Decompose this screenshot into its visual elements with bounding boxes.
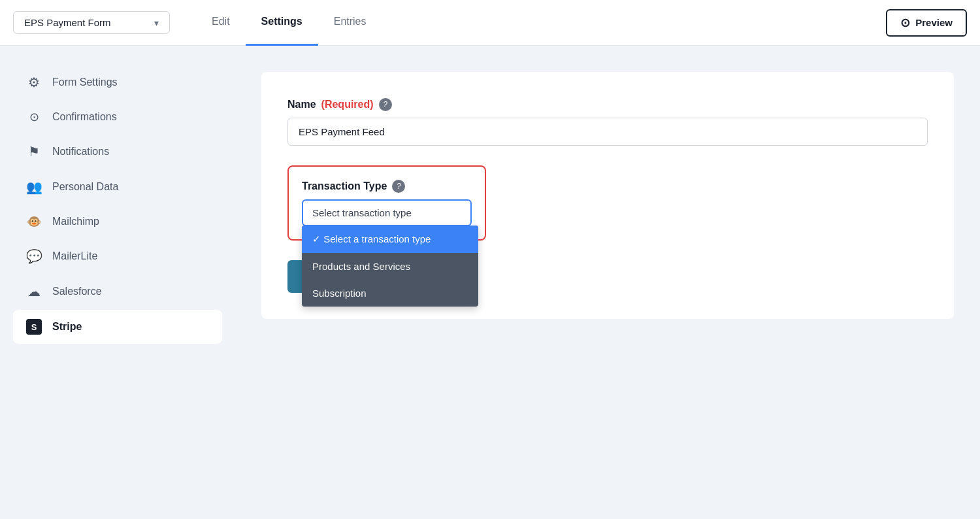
required-label: (Required) — [321, 99, 374, 110]
tabs: Edit Settings Entries — [196, 0, 382, 45]
name-label: Name (Required) ? — [287, 98, 928, 111]
form-selector-label: EPS Payment Form — [24, 17, 111, 28]
sidebar-label-stripe: Stripe — [52, 321, 82, 333]
people-icon: 👥 — [26, 179, 42, 195]
name-input[interactable] — [287, 118, 928, 146]
transaction-type-label: Transaction Type ? — [302, 180, 472, 193]
sidebar-label-mailerlite: MailerLite — [52, 250, 97, 262]
tab-settings[interactable]: Settings — [246, 0, 318, 46]
transaction-type-input[interactable] — [302, 199, 472, 226]
sidebar-label-form-settings: Form Settings — [52, 76, 118, 88]
sidebar-item-notifications[interactable]: ⚑ Notifications — [13, 135, 222, 169]
content-area: Name (Required) ? Transaction Type ? Sel… — [235, 46, 980, 519]
gear-icon: ⚙ — [26, 75, 42, 90]
sidebar-label-notifications: Notifications — [52, 146, 109, 158]
preview-label: Preview — [915, 17, 953, 28]
transaction-type-dropdown: Select a transaction type Products and S… — [302, 226, 478, 307]
name-help-icon[interactable]: ? — [379, 98, 392, 111]
preview-button[interactable]: ⊙ Preview — [886, 9, 967, 37]
check-circle-icon: ⊙ — [26, 110, 42, 124]
dropdown-option-select[interactable]: Select a transaction type — [302, 226, 478, 253]
chat-icon: 💬 — [26, 248, 42, 264]
name-label-text: Name — [287, 99, 316, 110]
sidebar-label-salesforce: Salesforce — [52, 286, 102, 297]
sidebar-item-salesforce[interactable]: ☁ Salesforce — [13, 275, 222, 309]
tab-edit[interactable]: Edit — [196, 0, 246, 46]
transaction-type-select-wrapper: Select a transaction type Products and S… — [302, 199, 472, 226]
chevron-down-icon: ▾ — [154, 18, 159, 28]
sidebar-item-form-settings[interactable]: ⚙ Form Settings — [13, 65, 222, 99]
sidebar: ⚙ Form Settings ⊙ Confirmations ⚑ Notifi… — [0, 46, 235, 519]
flag-icon: ⚑ — [26, 144, 42, 159]
stripe-icon: S — [26, 319, 42, 335]
transaction-type-wrapper: Transaction Type ? Select a transaction … — [287, 165, 486, 241]
sidebar-item-stripe[interactable]: S Stripe — [13, 310, 222, 344]
tab-entries[interactable]: Entries — [318, 0, 382, 46]
transaction-type-help-icon[interactable]: ? — [392, 180, 405, 193]
sidebar-item-confirmations[interactable]: ⊙ Confirmations — [13, 101, 222, 133]
eye-icon: ⊙ — [900, 16, 910, 30]
mailchimp-icon: 🐵 — [26, 214, 42, 229]
name-field-group: Name (Required) ? — [287, 98, 928, 146]
sidebar-label-personal-data: Personal Data — [52, 181, 118, 193]
sidebar-label-mailchimp: Mailchimp — [52, 216, 99, 227]
transaction-type-label-text: Transaction Type — [302, 180, 387, 192]
sidebar-item-mailchimp[interactable]: 🐵 Mailchimp — [13, 205, 222, 238]
sidebar-item-mailerlite[interactable]: 💬 MailerLite — [13, 239, 222, 273]
sidebar-label-confirmations: Confirmations — [52, 111, 117, 123]
top-bar: EPS Payment Form ▾ Edit Settings Entries… — [0, 0, 980, 46]
sidebar-item-personal-data[interactable]: 👥 Personal Data — [13, 170, 222, 204]
form-selector[interactable]: EPS Payment Form ▾ — [13, 11, 170, 34]
main-layout: ⚙ Form Settings ⊙ Confirmations ⚑ Notifi… — [0, 46, 980, 519]
dropdown-option-products[interactable]: Products and Services — [302, 253, 478, 280]
settings-card: Name (Required) ? Transaction Type ? Sel… — [261, 72, 954, 319]
dropdown-option-subscription[interactable]: Subscription — [302, 280, 478, 307]
cloud-icon: ☁ — [26, 284, 42, 299]
